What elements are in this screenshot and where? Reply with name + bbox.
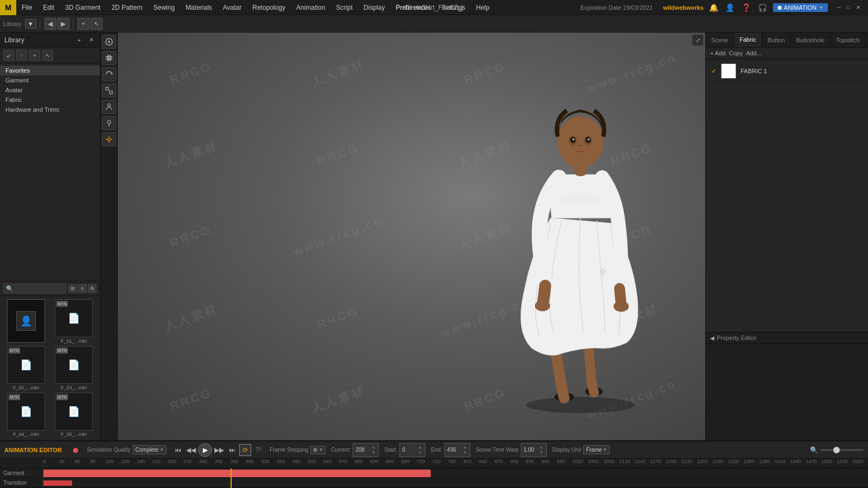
- list-item[interactable]: MTN 📄 F_03_...mtn: [51, 346, 97, 390]
- lib-list-view-button[interactable]: ≡: [78, 284, 87, 293]
- zoom-out-button[interactable]: 🔍: [810, 446, 818, 454]
- lib-cat-fabric[interactable]: Fabric: [0, 95, 100, 105]
- menu-edit[interactable]: Edit: [37, 0, 60, 15]
- tab-scene[interactable]: Scene: [706, 33, 734, 47]
- forward-end-button[interactable]: ⏭: [226, 444, 238, 456]
- menu-materials[interactable]: Materials: [180, 0, 218, 15]
- transition-track-bar[interactable]: [43, 480, 72, 486]
- play-button[interactable]: ▶: [198, 443, 212, 457]
- copy-fabric-button[interactable]: Copy: [729, 50, 743, 56]
- nav-back-button[interactable]: ◀: [44, 18, 56, 30]
- notification-icon[interactable]: 🔔: [708, 2, 720, 14]
- tab-button[interactable]: Button: [762, 33, 791, 47]
- zoom-slider[interactable]: [820, 449, 864, 451]
- tab-topstitch[interactable]: Topstitch: [831, 33, 865, 47]
- menu-animation[interactable]: Animation: [291, 0, 330, 15]
- record-button[interactable]: ⏺: [69, 444, 81, 456]
- frame-stepping-select[interactable]: ⚙ ▼: [310, 446, 326, 454]
- unknown-button[interactable]: ??: [252, 444, 264, 456]
- library-dropdown[interactable]: ▼: [25, 19, 36, 29]
- rewind-button[interactable]: ◀◀: [185, 444, 197, 456]
- current-frame-field[interactable]: 208 ▲ ▼: [353, 443, 379, 457]
- lib-cat-favorites[interactable]: Favorites: [0, 66, 100, 75]
- lib-nav-down-button[interactable]: ↙: [3, 50, 14, 61]
- end-down-button[interactable]: ▼: [462, 450, 468, 455]
- tab-fabric[interactable]: Fabric: [734, 33, 762, 47]
- transport-controls: ⏮ ◀◀ ▶ ▶▶ ⏭ ⟳ ??: [172, 443, 264, 457]
- lib-thumb-label: F_05_...mtn: [61, 432, 87, 437]
- current-up-button[interactable]: ▲: [371, 445, 376, 450]
- lib-grid-view-button[interactable]: ⊞: [68, 284, 77, 293]
- lib-nav-up-button[interactable]: ↑: [16, 50, 27, 61]
- current-down-button[interactable]: ▼: [371, 450, 376, 455]
- menu-avatar[interactable]: Avatar: [218, 0, 247, 15]
- headset-icon[interactable]: 🎧: [757, 2, 769, 14]
- property-editor-toggle[interactable]: ◀: [710, 335, 714, 341]
- viewport[interactable]: RRCG 人人素材 RRCG www.rrcg.cn 人人素材 RRCG 人人素…: [118, 33, 705, 440]
- menu-script[interactable]: Script: [330, 0, 358, 15]
- vtool-move-button[interactable]: [102, 51, 116, 65]
- vtool-scale-button[interactable]: [102, 84, 116, 98]
- list-item[interactable]: 👤: [3, 299, 49, 344]
- warp-up-button[interactable]: ▲: [539, 445, 544, 450]
- warp-down-button[interactable]: ▼: [539, 450, 544, 455]
- add-more-fabric-button[interactable]: Add...: [746, 50, 762, 56]
- menu-sewing[interactable]: Sewing: [148, 0, 180, 15]
- start-up-button[interactable]: ▲: [417, 445, 423, 450]
- scene-time-warp-label: Scene Time Warp: [476, 447, 519, 453]
- display-unit-select[interactable]: Frame ▼: [583, 445, 610, 454]
- select-button[interactable]: ↖: [91, 18, 103, 30]
- lib-cat-hardware[interactable]: Hardware and Trims: [0, 105, 100, 114]
- menu-help[interactable]: Help: [470, 0, 495, 15]
- rewind-start-button[interactable]: ⏮: [172, 444, 184, 456]
- minimize-button[interactable]: ─: [834, 3, 843, 12]
- loop-button[interactable]: ⟳: [239, 444, 251, 456]
- list-item[interactable]: ✓ FABRIC 1: [708, 61, 866, 81]
- start-down-button[interactable]: ▼: [417, 450, 423, 455]
- viewport-maximize-button[interactable]: ⤢: [692, 35, 703, 46]
- vtool-settings-button[interactable]: [102, 132, 116, 146]
- lib-nav-select-button[interactable]: ↖: [42, 50, 53, 61]
- add-button[interactable]: +: [78, 18, 90, 30]
- list-item[interactable]: MTN 📄 F_01_...mtn: [51, 299, 97, 344]
- current-frame-label: Current:: [331, 447, 350, 453]
- library-search-input[interactable]: [3, 284, 66, 293]
- vtool-select-button[interactable]: [102, 35, 116, 49]
- right-tabs: Scene Fabric Button Buttonhole Topstitch: [706, 33, 868, 48]
- start-frame-field[interactable]: 0 ▲ ▼: [399, 443, 425, 457]
- help-icon[interactable]: ❓: [741, 2, 752, 14]
- forward-button[interactable]: ▶▶: [213, 444, 225, 456]
- lib-cat-avatar[interactable]: Avatar: [0, 85, 100, 95]
- current-frame-group: Current: 208 ▲ ▼: [331, 443, 379, 457]
- maximize-button[interactable]: □: [844, 3, 853, 12]
- user-icon[interactable]: 👤: [724, 2, 736, 14]
- vtool-avatar-button[interactable]: [102, 100, 116, 114]
- timeline-playhead[interactable]: [231, 468, 232, 488]
- menu-file[interactable]: File: [16, 0, 37, 15]
- garment-track-bar[interactable]: [43, 470, 431, 477]
- menu-3d-garment[interactable]: 3D Garment: [60, 0, 106, 15]
- vtool-rotate-button[interactable]: [102, 67, 116, 81]
- lib-nav-add-button[interactable]: +: [29, 50, 40, 61]
- list-item[interactable]: MTN 📄 F_02_...mtn: [3, 346, 49, 390]
- scene-time-warp-field[interactable]: 1.00 ▲ ▼: [521, 443, 547, 457]
- vtool-pin-button[interactable]: [102, 116, 116, 130]
- simulation-quality-select[interactable]: Complete ▼: [133, 445, 167, 454]
- lib-options-button[interactable]: ⚙: [88, 284, 97, 293]
- close-button[interactable]: ✕: [854, 3, 863, 12]
- tab-buttonhole[interactable]: Buttonhole: [791, 33, 831, 47]
- website-link[interactable]: wildwebworks: [663, 4, 704, 11]
- nav-forward-button[interactable]: ▶: [58, 18, 69, 30]
- end-frame-field[interactable]: 436 ▲ ▼: [444, 443, 470, 457]
- menu-retopology[interactable]: Retopology: [247, 0, 291, 15]
- lib-cat-garment[interactable]: Garment: [0, 75, 100, 85]
- add-fabric-button[interactable]: + Add: [710, 50, 725, 56]
- list-item[interactable]: MTN 📄 F_05_...mtn: [51, 393, 97, 437]
- library-close-button[interactable]: ✕: [87, 36, 95, 44]
- library-expand-button[interactable]: +: [75, 36, 84, 44]
- timeline-ruler: 0306090120150180210240270300330360390420…: [0, 459, 868, 468]
- list-item[interactable]: MTN 📄 F_04_...mtn: [3, 393, 49, 437]
- menu-display[interactable]: Display: [358, 0, 390, 15]
- menu-2d-pattern[interactable]: 2D Pattern: [106, 0, 148, 15]
- end-up-button[interactable]: ▲: [462, 445, 468, 450]
